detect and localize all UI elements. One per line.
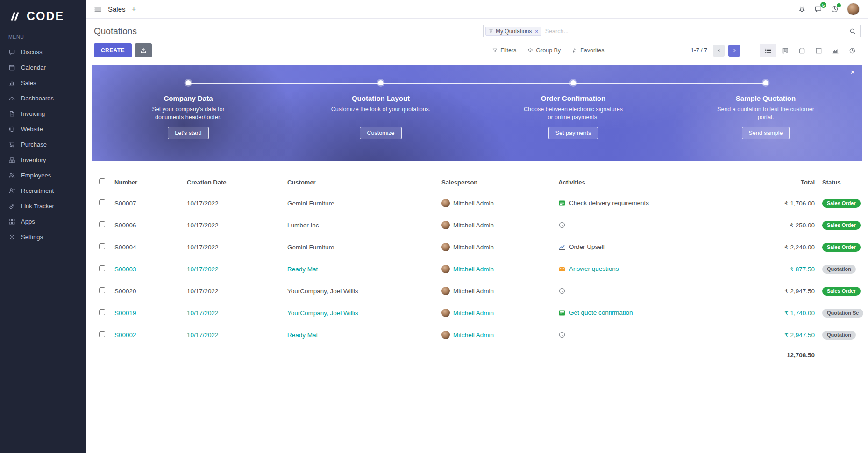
col-creation-date[interactable]: Creation Date bbox=[183, 172, 284, 192]
cell-total: ₹ 2,947.50 bbox=[760, 280, 818, 302]
col-total[interactable]: Total bbox=[760, 172, 818, 192]
row-checkbox[interactable] bbox=[99, 265, 105, 271]
sidebar-item-label: Invoicing bbox=[21, 110, 45, 117]
menu-toggle-icon[interactable] bbox=[94, 5, 102, 13]
cell-total: ₹ 250.00 bbox=[760, 214, 818, 236]
sidebar-item-label: Inventory bbox=[21, 156, 46, 163]
col-customer[interactable]: Customer bbox=[284, 172, 438, 192]
sidebar-item-recruitment[interactable]: Recruitment bbox=[0, 183, 86, 198]
cell-customer: Gemini Furniture bbox=[284, 192, 438, 214]
col-salesperson[interactable]: Salesperson bbox=[438, 172, 555, 192]
sidebar-item-dashboards[interactable]: Dashboards bbox=[0, 91, 86, 106]
cell-creation-date: 10/17/2022 bbox=[183, 214, 284, 236]
view-calendar-icon[interactable] bbox=[793, 44, 810, 57]
pager-prev-button[interactable] bbox=[713, 45, 725, 57]
cell-number[interactable]: S00019 bbox=[111, 302, 183, 324]
search-icon[interactable] bbox=[849, 28, 856, 35]
customize-button[interactable]: Customize bbox=[360, 127, 401, 139]
row-checkbox[interactable] bbox=[99, 243, 105, 249]
lets-start-button[interactable]: Let's start! bbox=[168, 127, 208, 139]
cell-total: ₹ 1,706.00 bbox=[760, 192, 818, 214]
cell-activities[interactable]: Answer questions bbox=[555, 258, 760, 280]
sidebar-item-link-tracker[interactable]: Link Tracker bbox=[0, 198, 86, 214]
group-by-button[interactable]: Group By bbox=[527, 47, 561, 54]
chat-icon bbox=[8, 49, 15, 56]
view-activity-icon[interactable] bbox=[844, 44, 861, 57]
sidebar-item-inventory[interactable]: Inventory bbox=[0, 152, 86, 168]
sidebar-item-calendar[interactable]: Calendar bbox=[0, 60, 86, 75]
table-row[interactable]: S00019 10/17/2022 YourCompany, Joel Will… bbox=[86, 302, 868, 324]
salesperson-name: Mitchell Admin bbox=[453, 200, 494, 207]
step-title: Company Data bbox=[106, 94, 270, 102]
upload-button[interactable] bbox=[135, 43, 152, 57]
col-number[interactable]: Number bbox=[111, 172, 183, 192]
send-sample-button[interactable]: Send sample bbox=[742, 127, 790, 139]
table-row[interactable]: S00020 10/17/2022 YourCompany, Joel Will… bbox=[86, 280, 868, 302]
filters-button[interactable]: Filters bbox=[492, 47, 516, 54]
search-facet[interactable]: My Quotations × bbox=[485, 27, 541, 36]
view-graph-icon[interactable] bbox=[827, 44, 844, 57]
sidebar-item-apps[interactable]: Apps bbox=[0, 214, 86, 229]
search-bar[interactable]: My Quotations × bbox=[483, 25, 861, 37]
step-description: Send a quotation to test the customer po… bbox=[716, 106, 816, 122]
table-row[interactable]: S00003 10/17/2022 Ready Mat Mitchell Adm… bbox=[86, 258, 868, 280]
cell-activities[interactable] bbox=[555, 324, 760, 346]
cell-activities[interactable]: Get quote confirmation bbox=[555, 302, 760, 324]
gear-icon bbox=[8, 234, 15, 241]
step-title: Sample Quotation bbox=[683, 94, 848, 102]
create-button[interactable]: CREATE bbox=[94, 43, 132, 57]
row-checkbox[interactable] bbox=[99, 331, 105, 337]
active-app-name[interactable]: Sales bbox=[108, 5, 126, 13]
row-checkbox[interactable] bbox=[99, 199, 105, 205]
view-list-icon[interactable] bbox=[760, 44, 776, 57]
facet-remove-icon[interactable]: × bbox=[535, 28, 538, 34]
sidebar-item-invoicing[interactable]: Invoicing bbox=[0, 106, 86, 121]
table-row[interactable]: S00002 10/17/2022 Ready Mat Mitchell Adm… bbox=[86, 324, 868, 346]
sidebar-item-sales[interactable]: Sales bbox=[0, 75, 86, 91]
cell-activities[interactable] bbox=[555, 214, 760, 236]
activity-label: Get quote confirmation bbox=[569, 309, 633, 316]
table-row[interactable]: S00006 10/17/2022 Lumber Inc Mitchell Ad… bbox=[86, 214, 868, 236]
cell-number[interactable]: S00006 bbox=[111, 214, 183, 236]
activities-clock-icon[interactable] bbox=[831, 5, 839, 13]
pager-next-button[interactable] bbox=[728, 45, 740, 57]
brand-logo[interactable]: CODE bbox=[0, 0, 86, 34]
cell-number[interactable]: S00004 bbox=[111, 236, 183, 258]
sidebar-item-discuss[interactable]: Discuss bbox=[0, 44, 86, 60]
row-checkbox[interactable] bbox=[99, 221, 105, 227]
add-tab-button[interactable]: + bbox=[132, 5, 136, 13]
table-row[interactable]: S00004 10/17/2022 Gemini Furniture Mitch… bbox=[86, 236, 868, 258]
view-pivot-icon[interactable] bbox=[810, 44, 827, 57]
step-description: Customize the look of your quotations. bbox=[331, 106, 431, 122]
cell-number[interactable]: S00002 bbox=[111, 324, 183, 346]
cell-activities[interactable] bbox=[555, 280, 760, 302]
user-avatar[interactable] bbox=[847, 3, 860, 15]
sidebar-item-settings[interactable]: Settings bbox=[0, 229, 86, 245]
status-badge: Quotation bbox=[822, 265, 856, 274]
salesperson-avatar bbox=[441, 287, 450, 295]
bug-icon[interactable] bbox=[798, 5, 806, 13]
col-activities[interactable]: Activities bbox=[555, 172, 760, 192]
sidebar-nav: Discuss Calendar Sales Dashboards Invoic… bbox=[0, 44, 86, 245]
cell-number[interactable]: S00003 bbox=[111, 258, 183, 280]
quotations-table: Number Creation Date Customer Salesperso… bbox=[86, 172, 868, 365]
cell-activities[interactable]: Order Upsell bbox=[555, 236, 760, 258]
view-kanban-icon[interactable] bbox=[776, 44, 793, 57]
row-checkbox[interactable] bbox=[99, 309, 105, 315]
set-payments-button[interactable]: Set payments bbox=[548, 127, 598, 139]
select-all-checkbox[interactable] bbox=[99, 178, 105, 184]
sidebar-item-employees[interactable]: Employees bbox=[0, 168, 86, 183]
row-checkbox[interactable] bbox=[99, 287, 105, 293]
cell-number[interactable]: S00020 bbox=[111, 280, 183, 302]
brand-name: CODE bbox=[27, 9, 64, 23]
messages-icon[interactable]: 5 bbox=[814, 5, 822, 13]
sidebar-item-website[interactable]: Website bbox=[0, 121, 86, 137]
cell-activities[interactable]: Check delivery requirements bbox=[555, 192, 760, 214]
favorites-button[interactable]: Favorites bbox=[572, 47, 604, 54]
sidebar-item-purchase[interactable]: Purchase bbox=[0, 137, 86, 152]
col-status[interactable]: Status bbox=[818, 172, 868, 192]
cell-total: ₹ 1,740.00 bbox=[760, 302, 818, 324]
search-input[interactable] bbox=[545, 28, 846, 35]
table-row[interactable]: S00007 10/17/2022 Gemini Furniture Mitch… bbox=[86, 192, 868, 214]
cell-number[interactable]: S00007 bbox=[111, 192, 183, 214]
